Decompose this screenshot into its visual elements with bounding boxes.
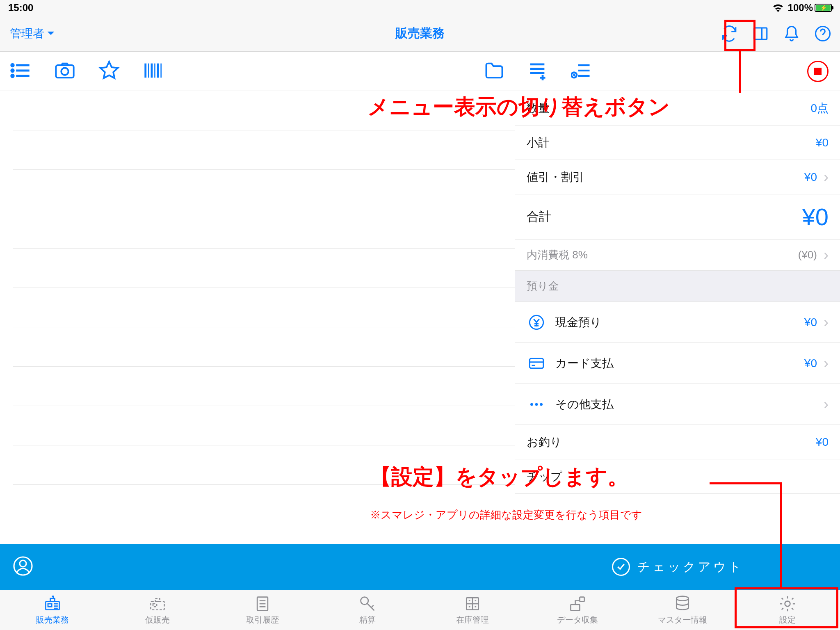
list-row[interactable] <box>13 288 515 327</box>
history-list-icon[interactable] <box>571 60 592 83</box>
chevron-right-icon: › <box>824 247 829 264</box>
checkout-button[interactable]: チェックアウト <box>515 558 840 576</box>
temp-register-icon <box>148 595 167 613</box>
svg-rect-38 <box>153 604 157 607</box>
user-dropdown[interactable]: 管理者 <box>10 26 55 41</box>
tab-history[interactable]: 取引履歴 <box>210 590 315 630</box>
svg-point-32 <box>540 403 543 406</box>
total-row: 合計 ¥0 <box>515 194 840 240</box>
list-row[interactable] <box>13 327 515 367</box>
change-label: お釣り <box>527 434 562 450</box>
card-value: ¥0 <box>804 357 817 370</box>
list-row[interactable] <box>13 130 515 170</box>
card-row[interactable]: カード支払 ¥0 › <box>515 343 840 384</box>
svg-rect-14 <box>154 63 155 78</box>
discount-row[interactable]: 値引・割引 ¥0 › <box>515 160 840 194</box>
checkout-label: チェックアウト <box>637 559 744 575</box>
annotation-settings-tap: 【設定】をタップします。 <box>370 463 629 491</box>
svg-point-30 <box>530 403 533 406</box>
svg-rect-52 <box>580 597 584 602</box>
subtotal-value: ¥0 <box>816 136 829 149</box>
checkout-bar: チェックアウト <box>0 544 840 590</box>
battery: 100% ⚡ <box>788 2 832 14</box>
status-time: 15:00 <box>8 2 33 14</box>
list-row[interactable] <box>13 170 515 209</box>
camera-icon[interactable] <box>54 60 75 83</box>
battery-pct: 100% <box>788 2 813 14</box>
tab-data-collect[interactable]: データ収集 <box>525 590 630 630</box>
tax-label: 内消費税 8% <box>527 248 588 262</box>
nav-bar: 管理者 販売業務 <box>0 16 840 52</box>
other-pay-row[interactable]: その他支払 › <box>515 384 840 425</box>
svg-rect-27 <box>530 358 543 368</box>
list-row[interactable] <box>13 209 515 249</box>
cash-label: 現金預り <box>555 315 602 330</box>
wifi-icon <box>772 3 784 12</box>
cash-row[interactable]: 現金預り ¥0 › <box>515 302 840 343</box>
document-icon <box>253 595 272 613</box>
tab-temp-sales[interactable]: 仮販売 <box>105 590 210 630</box>
barcode-icon[interactable] <box>143 60 164 83</box>
deposit-section-label: 預り金 <box>527 279 559 293</box>
svg-rect-36 <box>48 604 52 607</box>
customer-button[interactable] <box>0 556 515 578</box>
tab-label: マスター情報 <box>658 614 707 625</box>
svg-rect-13 <box>151 63 153 78</box>
annotation-highlight-settings-tab <box>735 587 838 628</box>
svg-point-7 <box>11 69 14 72</box>
tab-settlement[interactable]: 精算 <box>315 590 420 630</box>
database-icon <box>673 595 692 613</box>
tab-label: 仮販売 <box>145 614 170 625</box>
discount-label: 値引・割引 <box>527 169 584 185</box>
svg-rect-0 <box>754 28 767 39</box>
star-icon[interactable] <box>98 60 120 83</box>
svg-point-34 <box>20 560 26 567</box>
data-icon <box>568 595 587 613</box>
folder-icon[interactable] <box>484 60 505 83</box>
user-label: 管理者 <box>10 26 44 41</box>
status-bar: 15:00 100% ⚡ <box>0 0 840 16</box>
yen-icon <box>527 313 546 332</box>
list-row[interactable] <box>13 249 515 288</box>
record-button[interactable] <box>807 61 829 82</box>
card-icon <box>527 354 546 373</box>
bell-icon[interactable] <box>782 24 801 43</box>
annotation-line <box>710 482 782 484</box>
list-row[interactable] <box>13 406 515 445</box>
cash-value: ¥0 <box>804 316 817 329</box>
change-value: ¥0 <box>816 436 829 449</box>
tab-label: 在庫管理 <box>456 614 489 625</box>
dots-icon <box>527 395 546 414</box>
toolbar-right <box>515 52 840 91</box>
svg-rect-11 <box>144 63 146 78</box>
svg-point-8 <box>11 75 14 77</box>
chevron-right-icon: › <box>824 355 829 372</box>
battery-icon: ⚡ <box>815 4 832 12</box>
qty-value: 0点 <box>810 100 829 116</box>
toolbar <box>0 52 840 91</box>
add-list-icon[interactable] <box>527 60 548 83</box>
chevron-right-icon: › <box>824 169 829 186</box>
drawer-icon <box>463 595 482 613</box>
chevron-down-icon <box>47 31 55 37</box>
tab-sales[interactable]: 販売業務 <box>0 590 105 630</box>
list-icon[interactable] <box>10 60 31 83</box>
tax-value: (¥0) <box>798 249 817 261</box>
annotation-settings-note: ※スマレジ・アプリの詳細な設定変更を行なう項目です <box>370 508 642 522</box>
total-label: 合計 <box>527 208 551 225</box>
change-row: お釣り ¥0 <box>515 425 840 459</box>
check-icon <box>612 558 630 576</box>
tab-bar: 販売業務 仮販売 取引履歴 精算 在庫管理 データ収集 マスター情報 設定 <box>0 590 840 630</box>
tab-master[interactable]: マスター情報 <box>630 590 735 630</box>
tab-label: 取引履歴 <box>246 614 279 625</box>
other-pay-label: その他支払 <box>555 397 614 412</box>
list-row[interactable] <box>13 367 515 406</box>
svg-point-6 <box>11 64 14 66</box>
annotation-highlight-panel-toggle <box>724 20 756 51</box>
help-icon[interactable] <box>813 24 833 43</box>
annotation-line <box>780 483 782 589</box>
status-right: 100% ⚡ <box>772 2 832 14</box>
tab-inventory[interactable]: 在庫管理 <box>420 590 525 630</box>
tab-label: データ収集 <box>557 614 598 625</box>
tax-row[interactable]: 内消費税 8% (¥0) › <box>515 240 840 271</box>
